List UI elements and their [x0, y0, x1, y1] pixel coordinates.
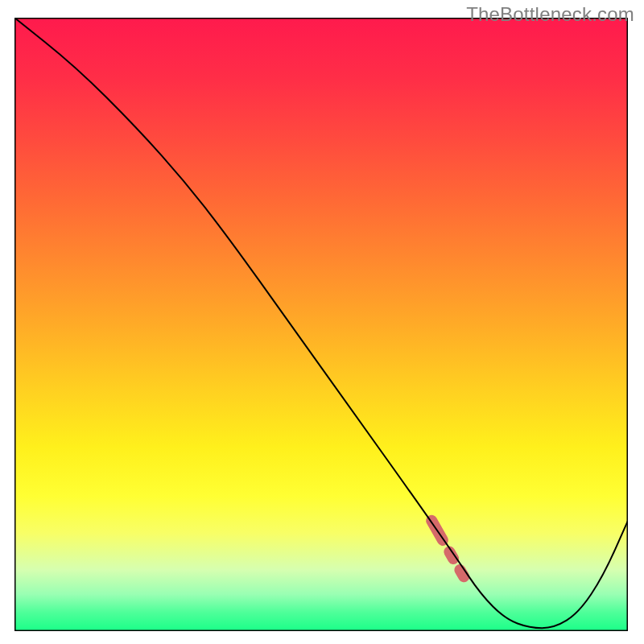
gradient-background — [14, 18, 628, 631]
chart-container: TheBottleneck.com — [0, 0, 644, 644]
chart-svg — [14, 18, 628, 631]
plot-area — [14, 18, 628, 631]
watermark-text: TheBottleneck.com — [466, 3, 634, 26]
